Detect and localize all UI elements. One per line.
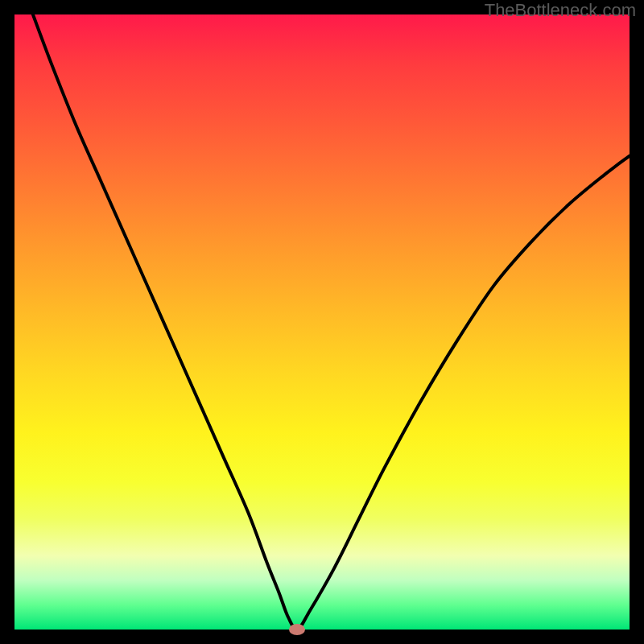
curve-svg bbox=[14, 14, 630, 630]
plot-area bbox=[14, 14, 630, 630]
watermark-text: TheBottleneck.com bbox=[485, 0, 636, 21]
bottleneck-curve bbox=[33, 14, 630, 630]
minimum-marker bbox=[289, 624, 305, 635]
chart-container: TheBottleneck.com bbox=[0, 0, 644, 644]
